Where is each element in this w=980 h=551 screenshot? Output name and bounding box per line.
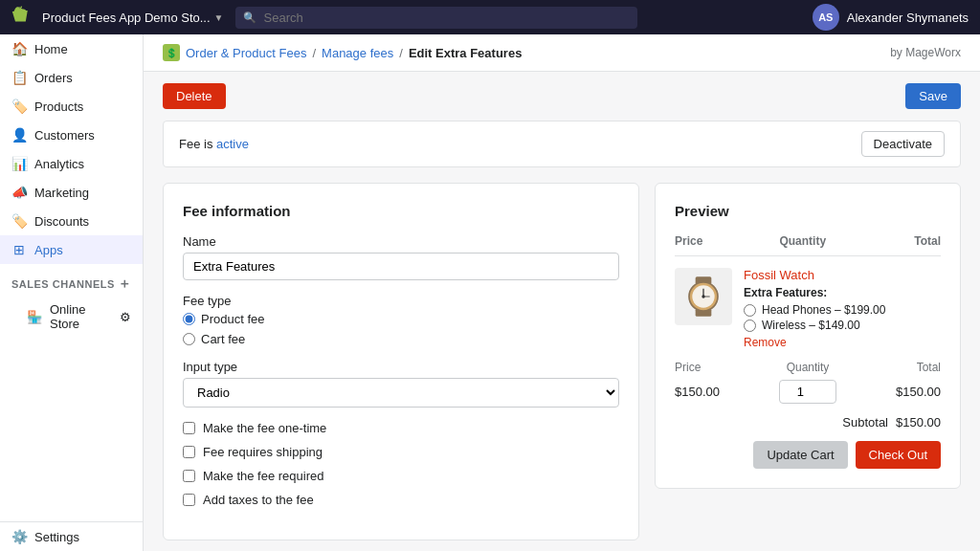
- breadcrumb-link-1[interactable]: Order & Product Fees: [186, 46, 306, 60]
- breadcrumb: 💲 Order & Product Fees / Manage fees / E…: [144, 34, 980, 72]
- cart-fee-radio[interactable]: [183, 333, 195, 345]
- username: Alexander Shymanets: [847, 11, 969, 25]
- option-wireless[interactable]: Wireless – $149.00: [744, 319, 918, 332]
- subtotal-label: Subtotal: [842, 415, 888, 430]
- search-input[interactable]: [235, 7, 637, 29]
- input-type-select[interactable]: Radio Checkbox Select Text: [183, 378, 619, 408]
- deactivate-button[interactable]: Deactivate: [861, 131, 945, 157]
- sidebar-label-home: Home: [34, 42, 68, 56]
- option-head-phones-radio[interactable]: [744, 304, 756, 317]
- input-type-group: Input type Radio Checkbox Select Text: [183, 360, 619, 408]
- save-button[interactable]: Save: [905, 83, 961, 109]
- online-store-settings-icon[interactable]: ⚙: [120, 310, 131, 324]
- sidebar-label-customers: Customers: [34, 128, 95, 143]
- orders-icon: 📋: [11, 70, 27, 85]
- name-input[interactable]: [183, 253, 619, 280]
- add-sales-channel-button[interactable]: ＋: [118, 276, 132, 293]
- preview-product-row: Fossil Watch Extra Features: Head Phones…: [675, 268, 941, 349]
- add-taxes-checkbox[interactable]: [183, 494, 195, 506]
- search-bar[interactable]: [235, 7, 637, 29]
- online-store-icon: 🏪: [27, 310, 42, 324]
- requires-shipping-checkbox-item[interactable]: Fee requires shipping: [183, 445, 619, 459]
- cart-fee-option[interactable]: Cart fee: [183, 332, 619, 346]
- sidebar-item-products[interactable]: 🏷️ Products: [0, 92, 143, 121]
- settings-icon: ⚙️: [11, 529, 27, 544]
- product-image: [675, 268, 732, 325]
- sidebar-item-analytics[interactable]: 📊 Analytics: [0, 149, 143, 178]
- sidebar-item-orders[interactable]: 📋 Orders: [0, 63, 143, 92]
- preview-col-qty-header: Quantity: [714, 234, 891, 248]
- input-type-label: Input type: [183, 360, 619, 374]
- apps-icon: ⊞: [11, 242, 27, 257]
- sidebar-item-marketing[interactable]: 📣 Marketing: [0, 178, 143, 207]
- sidebar-label-apps: Apps: [34, 243, 63, 257]
- sidebar-label-discounts: Discounts: [34, 214, 89, 229]
- qty-col-label: Quantity: [764, 361, 853, 374]
- sidebar-label-products: Products: [34, 99, 83, 114]
- sidebar-item-discounts[interactable]: 🏷️ Discounts: [0, 207, 143, 235]
- action-bar: Delete Save: [144, 72, 980, 121]
- sidebar-item-apps[interactable]: ⊞ Apps: [0, 235, 143, 264]
- breadcrumb-current: Edit Extra Features: [409, 46, 523, 60]
- subtotal-value: $150.00: [896, 415, 941, 430]
- app-icon: 💲: [163, 44, 180, 61]
- total-value: $150.00: [852, 385, 941, 399]
- name-group: Name: [183, 234, 619, 280]
- product-name: Fossil Watch: [744, 268, 918, 282]
- price-value: $150.00: [675, 385, 764, 399]
- sidebar-label-settings: Settings: [34, 530, 79, 544]
- one-time-checkbox-item[interactable]: Make the fee one-time: [183, 421, 619, 435]
- two-col-layout: Fee information Name Fee type Product fe…: [144, 183, 980, 551]
- preview-card: Preview Price Quantity Total: [655, 183, 961, 489]
- sidebar-item-settings[interactable]: ⚙️ Settings: [0, 522, 143, 551]
- svg-point-6: [702, 295, 704, 298]
- required-checkbox-item[interactable]: Make the fee required: [183, 469, 619, 483]
- required-checkbox[interactable]: [183, 470, 195, 482]
- sidebar-item-home[interactable]: 🏠 Home: [0, 34, 143, 63]
- product-fee-label: Product fee: [201, 312, 265, 326]
- sidebar-footer: ⚙️ Settings: [0, 521, 143, 551]
- update-cart-button[interactable]: Update Cart: [753, 441, 847, 469]
- option-wireless-radio[interactable]: [744, 320, 756, 332]
- requires-shipping-label: Fee requires shipping: [203, 445, 323, 459]
- preview-col-total-header: Total: [914, 234, 941, 248]
- price-col-label: Price: [675, 361, 764, 374]
- products-icon: 🏷️: [11, 99, 27, 114]
- status-bar: Fee is active Deactivate: [163, 121, 961, 167]
- checkboxes-group: Make the fee one-time Fee requires shipp…: [183, 421, 619, 507]
- preview-col: Preview Price Quantity Total: [655, 183, 961, 551]
- sidebar-item-online-store[interactable]: 🏪 Online Store ⚙: [0, 297, 143, 337]
- customers-icon: 👤: [11, 127, 27, 143]
- shopify-logo: [11, 6, 31, 30]
- preview-values-row: $150.00 $150.00: [675, 380, 941, 404]
- breadcrumb-sep-1: /: [312, 46, 316, 60]
- requires-shipping-checkbox[interactable]: [183, 446, 195, 458]
- name-label: Name: [183, 234, 619, 249]
- total-col-label: Total: [852, 361, 941, 374]
- store-chevron-icon: ▼: [214, 12, 224, 23]
- add-taxes-checkbox-item[interactable]: Add taxes to the fee: [183, 493, 619, 507]
- sidebar-item-customers[interactable]: 👤 Customers: [0, 121, 143, 149]
- delete-button[interactable]: Delete: [163, 83, 226, 109]
- one-time-checkbox[interactable]: [183, 422, 195, 434]
- product-info: Fossil Watch Extra Features: Head Phones…: [744, 268, 918, 349]
- sidebar-nav: 🏠 Home 📋 Orders 🏷️ Products 👤 Customers …: [0, 34, 143, 521]
- preview-header: Price Quantity Total: [675, 234, 941, 256]
- option-head-phones[interactable]: Head Phones – $199.00: [744, 303, 918, 317]
- byline: by MageWorx: [890, 46, 961, 59]
- topbar-right: AS Alexander Shymanets: [813, 4, 969, 31]
- breadcrumb-link-2[interactable]: Manage fees: [322, 46, 393, 60]
- product-fee-radio[interactable]: [183, 313, 195, 325]
- remove-link[interactable]: Remove: [744, 336, 918, 349]
- main-content: 💲 Order & Product Fees / Manage fees / E…: [144, 34, 980, 551]
- fee-info-card: Fee information Name Fee type Product fe…: [163, 183, 639, 540]
- preview-title: Preview: [675, 203, 941, 219]
- status-word: active: [216, 137, 249, 151]
- breadcrumb-sep-2: /: [399, 46, 403, 60]
- sidebar-label-orders: Orders: [34, 71, 73, 85]
- store-name[interactable]: Product Fees App Demo Sto... ▼: [42, 11, 224, 25]
- sidebar-label-online-store: Online Store: [50, 302, 112, 331]
- product-fee-option[interactable]: Product fee: [183, 312, 619, 326]
- quantity-input[interactable]: [779, 380, 836, 404]
- checkout-button[interactable]: Check Out: [856, 441, 941, 469]
